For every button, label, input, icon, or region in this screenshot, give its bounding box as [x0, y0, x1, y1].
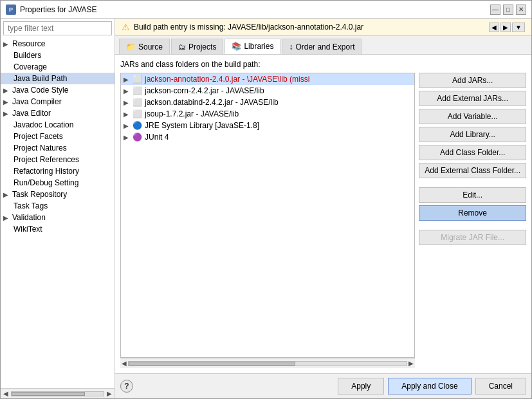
- sidebar-item-validation[interactable]: ▶ Validation: [1, 212, 115, 223]
- jar-expand-4: ▶: [124, 122, 130, 129]
- tab-source[interactable]: 📁 Source: [119, 39, 170, 54]
- jar-name-4: JRE System Library [JavaSE-1.8]: [145, 121, 259, 130]
- apply-button[interactable]: Apply: [338, 378, 384, 394]
- add-external-jars-button[interactable]: Add External JARs...: [419, 91, 526, 106]
- sidebar-item-label: WikiText: [14, 225, 42, 234]
- jars-hscroll: ◀ ▶: [120, 358, 415, 368]
- help-button[interactable]: ?: [120, 380, 133, 393]
- jar-item-5[interactable]: ▶ 🟣 JUnit 4: [121, 131, 414, 143]
- tab-projects[interactable]: 🗂 Projects: [171, 39, 223, 54]
- window-icon: P: [6, 5, 16, 15]
- order-export-tab-icon: ↕: [289, 42, 293, 51]
- cancel-button[interactable]: Cancel: [475, 378, 526, 394]
- jar-expand-3: ▶: [124, 111, 130, 118]
- warning-bar: ⚠ Build path entry is missing: JAVASE/li…: [115, 19, 531, 36]
- sidebar-item-run-debug[interactable]: Run/Debug Setting: [1, 177, 115, 189]
- jars-list-container: ▶ ⬜ jackson-annotation-2.4.0.jar - \JAVA…: [120, 73, 415, 368]
- maximize-button[interactable]: □: [503, 5, 513, 15]
- sidebar-item-project-references[interactable]: Project References: [1, 154, 115, 165]
- tab-libraries[interactable]: 📚 Libraries: [225, 39, 280, 54]
- add-class-folder-button[interactable]: Add Class Folder...: [419, 145, 526, 160]
- tab-source-label: Source: [138, 42, 163, 51]
- sidebar-item-javadoc[interactable]: Javadoc Location: [1, 119, 115, 131]
- sidebar-item-label: Project Natures: [14, 144, 67, 153]
- sidebar-item-java-compiler[interactable]: ▶ Java Compiler: [1, 96, 115, 107]
- minimize-button[interactable]: —: [490, 5, 500, 15]
- scrollbar-track: [11, 391, 104, 396]
- main-content: ▶ Resource Builders Coverage Java Build …: [1, 19, 531, 398]
- libraries-tab-icon: 📚: [232, 42, 241, 51]
- warning-icon: ⚠: [122, 22, 130, 32]
- sidebar-item-coverage[interactable]: Coverage: [1, 61, 115, 73]
- jars-list[interactable]: ▶ ⬜ jackson-annotation-2.4.0.jar - \JAVA…: [120, 73, 415, 358]
- add-library-button[interactable]: Add Library...: [419, 127, 526, 142]
- sidebar-item-label: Project References: [14, 155, 79, 164]
- expand-arrow-resource: ▶: [3, 41, 10, 48]
- jar-item-0[interactable]: ▶ ⬜ jackson-annotation-2.4.0.jar - \JAVA…: [121, 73, 414, 85]
- sidebar-item-java-build-path[interactable]: Java Build Path: [1, 73, 115, 84]
- sidebar-item-label: Coverage: [14, 62, 47, 71]
- jar-name-0: jackson-annotation-2.4.0.jar - \JAVASE\l…: [145, 75, 309, 84]
- add-jars-button[interactable]: Add JARs...: [419, 73, 526, 88]
- hscroll-left-button[interactable]: ◀: [122, 360, 127, 367]
- sidebar-item-wikitext[interactable]: WikiText: [1, 223, 115, 235]
- sidebar-item-task-tags[interactable]: Task Tags: [1, 200, 115, 212]
- sidebar-item-label: Java Code Style: [12, 86, 68, 95]
- jar-icon-0: ⬜: [133, 75, 142, 84]
- edit-button[interactable]: Edit...: [419, 187, 526, 203]
- jar-item-1[interactable]: ▶ ⬜ jackson-corn-2.4.2.jar - JAVASE/lib: [121, 85, 414, 97]
- jar-icon-3: ⬜: [133, 109, 142, 118]
- sidebar-item-project-natures[interactable]: Project Natures: [1, 142, 115, 154]
- source-tab-icon: 📁: [126, 42, 136, 51]
- sidebar-item-label: Java Editor: [12, 109, 51, 118]
- hscroll-thumb: [129, 362, 295, 366]
- remove-button[interactable]: Remove: [419, 205, 526, 221]
- jar-item-3[interactable]: ▶ ⬜ jsoup-1.7.2.jar - JAVASE/lib: [121, 108, 414, 120]
- scroll-right-arrow[interactable]: ▶: [105, 390, 113, 397]
- sidebar-item-label: Java Build Path: [14, 74, 67, 83]
- sidebar-item-resource[interactable]: ▶ Resource: [1, 38, 115, 50]
- jars-description: JARs and class folders on the build path…: [120, 60, 526, 69]
- next-warning-button[interactable]: ▶: [500, 23, 511, 32]
- jar-icon-1: ⬜: [133, 86, 142, 95]
- expand-arrow-jcs: ▶: [3, 87, 10, 94]
- jar-item-4[interactable]: ▶ 🔵 JRE System Library [JavaSE-1.8]: [121, 120, 414, 131]
- expand-arrow-val: ▶: [3, 214, 10, 221]
- hscroll-right-button[interactable]: ▶: [408, 360, 414, 367]
- sidebar-item-project-facets[interactable]: Project Facets: [1, 131, 115, 142]
- sidebar-item-label: Validation: [12, 213, 46, 222]
- jar-expand-0: ▶: [124, 76, 130, 83]
- tab-projects-label: Projects: [188, 42, 216, 51]
- main-window: P Properties for JAVASE — □ ✕ ▶ Resource…: [0, 0, 532, 399]
- jar-name-5: JUnit 4: [145, 133, 169, 142]
- scroll-left-arrow[interactable]: ◀: [2, 390, 10, 397]
- sidebar-item-java-editor[interactable]: ▶ Java Editor: [1, 107, 115, 119]
- sidebar-tree: ▶ Resource Builders Coverage Java Build …: [1, 38, 115, 388]
- bottom-bar: ? Apply Apply and Close Cancel: [115, 373, 531, 398]
- add-variable-button[interactable]: Add Variable...: [419, 109, 526, 124]
- close-button[interactable]: ✕: [516, 5, 526, 15]
- filter-input[interactable]: [3, 21, 112, 35]
- jar-expand-2: ▶: [124, 99, 130, 106]
- action-buttons: Add JARs... Add External JARs... Add Var…: [419, 73, 526, 368]
- jar-item-2[interactable]: ▶ ⬜ jackson.databind-2.4.2.jar - JAVASE/…: [121, 97, 414, 108]
- tab-order-export-label: Order and Export: [295, 42, 354, 51]
- warning-dropdown-button[interactable]: ▼: [512, 23, 525, 32]
- sidebar-item-builders[interactable]: Builders: [1, 50, 115, 61]
- tab-libraries-label: Libraries: [244, 42, 273, 51]
- sidebar-item-task-repo[interactable]: ▶ Task Repository: [1, 189, 115, 200]
- prev-warning-button[interactable]: ◀: [489, 23, 499, 32]
- migrate-jar-button[interactable]: Migrate JAR File...: [419, 230, 526, 245]
- tab-order-export[interactable]: ↕ Order and Export: [282, 39, 362, 54]
- expand-arrow-je: ▶: [3, 110, 10, 117]
- apply-and-close-button[interactable]: Apply and Close: [388, 378, 471, 394]
- expand-arrow-tr: ▶: [3, 191, 10, 198]
- jar-icon-4: 🔵: [133, 121, 142, 130]
- sidebar-item-label: Resource: [12, 39, 45, 48]
- add-external-class-folder-button[interactable]: Add External Class Folder...: [419, 163, 526, 178]
- sidebar-item-java-code-style[interactable]: ▶ Java Code Style: [1, 84, 115, 96]
- right-panel: ⚠ Build path entry is missing: JAVASE/li…: [115, 19, 531, 398]
- scrollbar-thumb: [12, 392, 85, 396]
- sidebar-item-label: Java Compiler: [12, 97, 62, 106]
- sidebar-item-refactoring[interactable]: Refactoring History: [1, 165, 115, 177]
